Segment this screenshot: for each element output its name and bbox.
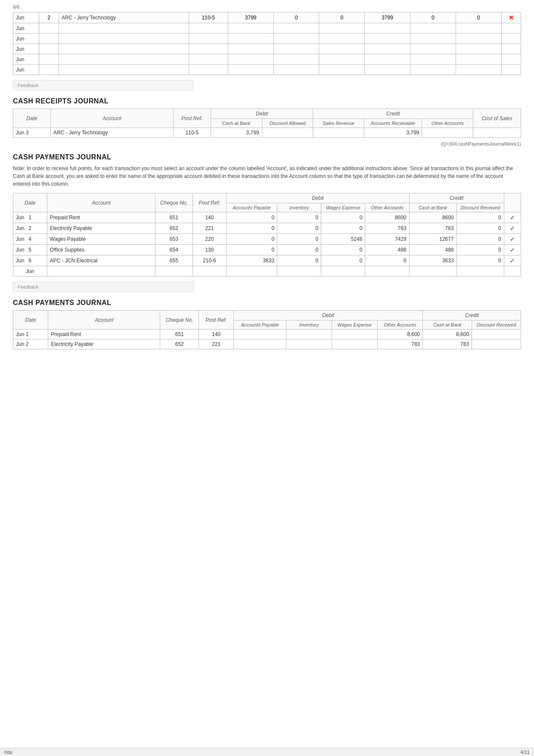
top-row1-day[interactable] <box>39 12 59 23</box>
empty-amt1[interactable] <box>228 65 273 75</box>
top-row1-account: ARC - Jerry Technology <box>59 12 189 23</box>
empty-account[interactable] <box>59 54 189 65</box>
empty-day[interactable] <box>39 65 59 75</box>
top-journal-empty-row-4: Jun <box>13 54 521 65</box>
cpj1-header-cheque-no: Cheque No. <box>155 193 193 212</box>
empty-amt2[interactable] <box>273 44 319 54</box>
empty-amt4[interactable] <box>365 54 410 65</box>
crj-row1-other-accounts <box>422 128 473 138</box>
cpj1-empty-other[interactable] <box>365 266 409 277</box>
cpj1-empty-disc[interactable] <box>456 266 504 277</box>
cpj1-empty-account[interactable] <box>47 266 155 277</box>
empty-month: Jun <box>13 44 39 54</box>
empty-amt5[interactable] <box>410 54 456 65</box>
cpj1-row4-other: 488 <box>365 245 409 255</box>
cpj1-empty-month: Jun <box>13 266 47 277</box>
crj-row1-postref: 110-5 <box>173 128 211 138</box>
top-journal-empty-row-5: Jun <box>13 65 521 75</box>
cpj1-empty-inv[interactable] <box>277 266 321 277</box>
empty-amt3[interactable] <box>319 44 365 54</box>
empty-postref[interactable] <box>189 44 228 54</box>
cash-payments-journal-1-table: Date Account Cheque No. Post Ref. Debit … <box>13 193 521 277</box>
top-row1-amt2[interactable] <box>273 12 319 23</box>
empty-amt5[interactable] <box>410 44 456 54</box>
empty-account[interactable] <box>59 23 189 34</box>
empty-amt6[interactable] <box>456 54 501 65</box>
cpj1-row5-cash: 3633 <box>409 255 456 266</box>
cpj1-row3-account: Wages Payable <box>47 234 155 245</box>
empty-amt2[interactable] <box>273 54 319 65</box>
cpj1-header-date: Date <box>13 193 47 212</box>
top-row1-amt1[interactable] <box>228 12 273 23</box>
empty-postref[interactable] <box>189 34 228 44</box>
empty-amt6[interactable] <box>456 23 501 34</box>
empty-amt4[interactable] <box>365 23 410 34</box>
cpj2-row2-cash: 783 <box>423 339 472 349</box>
cpj1-header-debit: Debit <box>227 193 409 203</box>
cpj1-empty-wages[interactable] <box>321 266 365 277</box>
crj-subheader-accounts-receivable: Accounts Receivable <box>364 119 422 128</box>
bottom-bar: http 4/11 <box>0 748 534 756</box>
empty-account[interactable] <box>59 44 189 54</box>
empty-account[interactable] <box>59 65 189 75</box>
empty-amt3[interactable] <box>319 23 365 34</box>
crj-row1-account: ARC - Jerry Technology <box>51 128 174 138</box>
empty-amt5[interactable] <box>410 65 456 75</box>
empty-amt6[interactable] <box>456 34 501 44</box>
check-icon-4: ✓ <box>510 246 515 253</box>
empty-amt1[interactable] <box>228 44 273 54</box>
top-row1-amt6[interactable] <box>456 12 501 23</box>
cpj1-row4-cheque: 654 <box>155 245 193 255</box>
bottom-url: http <box>4 750 12 755</box>
cpj1-row2-check: ✓ <box>504 223 521 234</box>
top-row1-amt4[interactable] <box>365 12 410 23</box>
check-icon-1: ✓ <box>510 214 515 221</box>
empty-amt5[interactable] <box>410 23 456 34</box>
cpj2-row1-inv <box>286 330 332 339</box>
empty-month: Jun <box>13 23 39 34</box>
empty-amt6[interactable] <box>456 65 501 75</box>
empty-amt2[interactable] <box>273 23 319 34</box>
empty-day[interactable] <box>39 23 59 34</box>
cpj1-header-credit: Credit <box>409 193 504 203</box>
empty-amt2[interactable] <box>273 65 319 75</box>
top-row1-amt3[interactable] <box>319 12 365 23</box>
empty-postref[interactable] <box>189 65 228 75</box>
cpj1-empty-ap[interactable] <box>227 266 277 277</box>
empty-amt1[interactable] <box>228 23 273 34</box>
empty-account[interactable] <box>59 34 189 44</box>
empty-amt4[interactable] <box>365 44 410 54</box>
empty-amt4[interactable] <box>365 34 410 44</box>
cpj2-header-row-1: Date Account Cheque No. Post Ref. Debit … <box>13 311 521 320</box>
top-row1-amt5[interactable] <box>410 12 456 23</box>
empty-amt3[interactable] <box>319 34 365 44</box>
empty-day[interactable] <box>39 54 59 65</box>
cpj2-row1-postref: 140 <box>199 330 233 339</box>
empty-amt1[interactable] <box>228 34 273 44</box>
empty-amt3[interactable] <box>319 54 365 65</box>
cpj2-row2-wages <box>332 339 377 349</box>
empty-amt4[interactable] <box>365 65 410 75</box>
delete-button-row1[interactable]: ✕ <box>509 14 514 21</box>
cpj1-empty-cash[interactable] <box>409 266 456 277</box>
empty-day[interactable] <box>39 34 59 44</box>
top-row1-delete-cell[interactable]: ✕ <box>501 12 521 23</box>
empty-amt6[interactable] <box>456 44 501 54</box>
empty-postref[interactable] <box>189 54 228 65</box>
cpj1-empty-postref[interactable] <box>192 266 227 277</box>
cpj1-header-account: Account <box>47 193 155 212</box>
cpj2-header-account: Account <box>48 311 160 330</box>
cpj1-header-post-ref: Post Ref. <box>192 193 227 212</box>
empty-amt5[interactable] <box>410 34 456 44</box>
empty-amt2[interactable] <box>273 34 319 44</box>
cpj1-row3-date: Jun 4 <box>13 234 47 245</box>
cpj1-empty-cheque[interactable] <box>155 266 193 277</box>
empty-month: Jun <box>13 54 39 65</box>
empty-postref[interactable] <box>189 23 228 34</box>
top-row1-postref[interactable] <box>189 12 228 23</box>
cpj2-header-cheque-no: Cheque No. <box>160 311 199 330</box>
cpj2-row1-account: Prepaid Rent <box>48 330 160 339</box>
empty-amt1[interactable] <box>228 54 273 65</box>
empty-day[interactable] <box>39 44 59 54</box>
empty-amt3[interactable] <box>319 65 365 75</box>
